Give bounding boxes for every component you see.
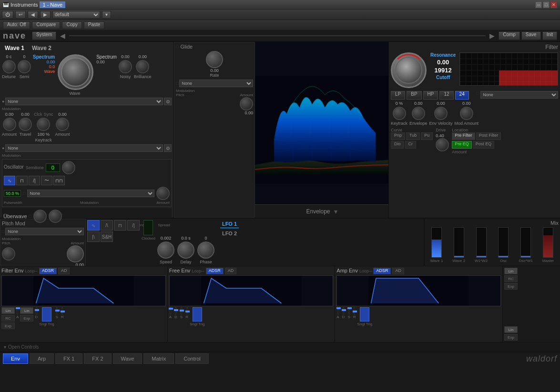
fx2-tab[interactable]: FX 2 bbox=[84, 353, 111, 364]
filter-lin-a-button[interactable]: Lin bbox=[1, 307, 15, 314]
amp-d-track[interactable] bbox=[343, 307, 344, 314]
mod2-settings-button[interactable]: ⚙ bbox=[164, 144, 172, 152]
sine-wave-button[interactable]: ∿ bbox=[4, 176, 15, 185]
glide-amount-knob[interactable] bbox=[240, 97, 253, 111]
wave-tab[interactable]: Wave bbox=[113, 353, 143, 364]
wave2-tab[interactable]: Wave 2 bbox=[29, 44, 54, 52]
amp-ad-button[interactable]: AD bbox=[392, 268, 404, 274]
minimize-button[interactable]: ─ bbox=[535, 1, 542, 8]
keytrack2-knob[interactable] bbox=[37, 118, 50, 131]
amp-s-thumb[interactable] bbox=[347, 307, 352, 309]
filter-exp2-d-button[interactable]: Exp bbox=[20, 315, 33, 322]
free-s-thumb[interactable] bbox=[180, 310, 184, 312]
amp-a-track[interactable] bbox=[337, 307, 339, 314]
free-a-thumb[interactable] bbox=[169, 308, 173, 310]
lp-button[interactable]: LP bbox=[391, 91, 405, 100]
cr-button[interactable]: Cr bbox=[405, 141, 417, 149]
nav-next-icon[interactable]: ▶ bbox=[488, 32, 497, 40]
pre-eq-button[interactable]: Pre EQ bbox=[452, 141, 472, 149]
post-filter-button[interactable]: Post Filter bbox=[476, 132, 501, 140]
free-r-track[interactable] bbox=[186, 307, 188, 314]
lfo1-tab[interactable]: LFO 1 bbox=[220, 220, 239, 228]
sawtooth-wave-button[interactable]: /| bbox=[29, 176, 40, 185]
pitch-mod-amount-knob[interactable] bbox=[67, 245, 84, 262]
amp-r-thumb[interactable] bbox=[353, 311, 357, 312]
power-button[interactable]: ⏻ bbox=[2, 11, 13, 19]
right-lin2-button[interactable]: Lin bbox=[504, 326, 518, 333]
amp-sngl-button[interactable] bbox=[360, 307, 369, 322]
amp-adsr-button[interactable]: ADSR bbox=[373, 268, 391, 274]
brilliance-knob[interactable] bbox=[136, 60, 149, 73]
lfo-sh-button[interactable]: S&H bbox=[101, 231, 113, 242]
glide-mod-select[interactable]: None bbox=[179, 80, 253, 87]
compare-button2[interactable]: ↩ bbox=[15, 11, 26, 19]
bp-button[interactable]: BP bbox=[407, 91, 421, 100]
filter-s-track[interactable] bbox=[56, 307, 58, 314]
12-button[interactable]: 12 bbox=[439, 91, 453, 100]
speed-knob[interactable] bbox=[157, 241, 174, 259]
right-exp2-button[interactable]: Exp bbox=[504, 334, 518, 341]
control-tab[interactable]: Control bbox=[175, 353, 208, 364]
wavy-wave-button[interactable]: 〜 bbox=[41, 176, 52, 185]
amp-r-track[interactable] bbox=[354, 307, 355, 314]
filter-d-track[interactable] bbox=[36, 307, 37, 314]
env-velocity-knob[interactable] bbox=[434, 107, 448, 120]
pitch-mod-select[interactable]: None bbox=[5, 228, 84, 235]
semi-knob[interactable] bbox=[18, 60, 31, 73]
filter-r-track[interactable] bbox=[61, 307, 63, 314]
phase-knob[interactable] bbox=[197, 241, 214, 259]
amp-s-track[interactable] bbox=[348, 307, 350, 314]
filter-envelope-knob[interactable] bbox=[412, 107, 425, 120]
spread-knob[interactable] bbox=[49, 210, 62, 223]
free-a-track[interactable] bbox=[170, 307, 171, 314]
close-button[interactable]: ✕ bbox=[550, 1, 557, 8]
init-button[interactable]: Init bbox=[542, 31, 557, 40]
mod1-select[interactable]: None bbox=[5, 98, 163, 105]
right-exp-button[interactable]: Exp bbox=[504, 283, 518, 290]
density-knob[interactable] bbox=[33, 210, 47, 223]
travel-knob[interactable] bbox=[19, 118, 32, 131]
lfo-sine-button[interactable]: ∿ bbox=[87, 220, 100, 231]
nav-right-button[interactable]: ▶ bbox=[40, 11, 51, 19]
24-button[interactable]: 24 bbox=[455, 91, 469, 100]
free-d-thumb[interactable] bbox=[174, 309, 178, 311]
lfo2-tab[interactable]: LFO 2 bbox=[220, 230, 239, 237]
semitone-knob[interactable] bbox=[62, 161, 75, 174]
free-r-thumb[interactable] bbox=[185, 311, 190, 312]
amount2-knob[interactable] bbox=[56, 118, 69, 131]
preset-select[interactable]: default bbox=[52, 11, 100, 19]
resonant-arrow-icon[interactable]: ▾ bbox=[334, 208, 337, 215]
open-controls-label[interactable]: Open Controls bbox=[8, 344, 39, 350]
pu-button[interactable]: Pu bbox=[421, 132, 433, 140]
auto-off-button[interactable]: Auto: Off bbox=[3, 21, 30, 29]
paste-button[interactable]: Paste bbox=[84, 21, 105, 29]
right-lin-button[interactable]: Lin bbox=[504, 268, 518, 274]
system-button[interactable]: System bbox=[32, 31, 56, 40]
filter-ad-button[interactable]: AD bbox=[58, 268, 70, 274]
delay-knob[interactable] bbox=[177, 241, 194, 259]
env-tab[interactable]: Env bbox=[3, 353, 28, 364]
filter-exp-a-button[interactable]: Exp bbox=[1, 322, 15, 329]
filter-keytrack-knob[interactable] bbox=[393, 107, 406, 120]
right-rc-button[interactable]: RC bbox=[504, 275, 518, 282]
mod1-settings-button[interactable]: ⚙ bbox=[164, 98, 172, 105]
lfo-falling-button[interactable]: |\ bbox=[87, 231, 100, 242]
nav-left-button[interactable]: ◀ bbox=[28, 11, 38, 19]
wave-main-knob[interactable] bbox=[58, 54, 93, 90]
mod2-select[interactable]: None bbox=[5, 144, 163, 152]
matrix-tab[interactable]: Matrix bbox=[143, 353, 174, 364]
amp-d-thumb[interactable] bbox=[342, 309, 346, 311]
preset-dropdown-button[interactable]: ▾ bbox=[102, 11, 111, 19]
amp-a-thumb[interactable] bbox=[336, 307, 341, 309]
filter-d-thumb[interactable] bbox=[35, 309, 39, 311]
filter-sngl-button[interactable] bbox=[42, 307, 51, 322]
free-ad-button[interactable]: AD bbox=[225, 268, 237, 274]
filter-s-thumb[interactable] bbox=[55, 310, 60, 312]
free-s-track[interactable] bbox=[181, 307, 182, 314]
pitch-mod-pitch-knob[interactable] bbox=[2, 247, 15, 261]
pw-amount-knob[interactable] bbox=[156, 187, 170, 200]
lfo-triangle-button[interactable]: /\ bbox=[101, 220, 113, 231]
tub-button[interactable]: Tub bbox=[406, 132, 420, 140]
glide-rate-knob[interactable] bbox=[206, 51, 223, 68]
free-sngl-button[interactable] bbox=[193, 307, 202, 322]
